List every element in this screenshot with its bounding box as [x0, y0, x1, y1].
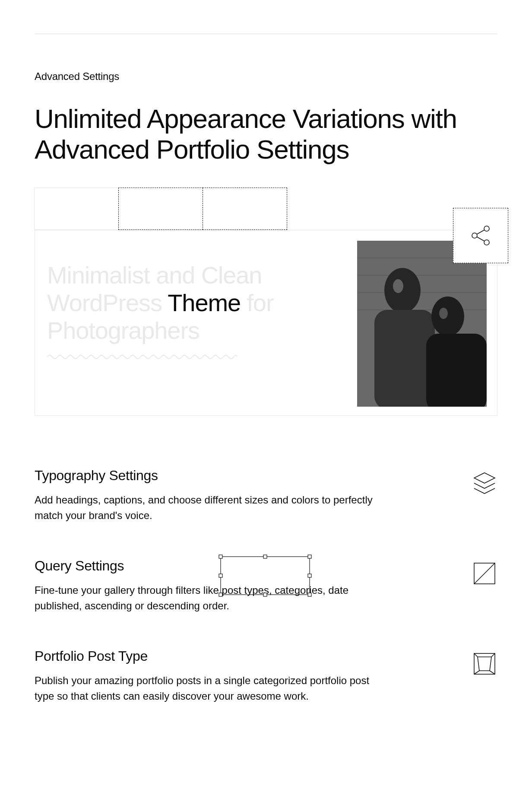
svg-point-12: [472, 233, 477, 238]
frame-icon: [472, 651, 497, 677]
svg-line-27: [474, 563, 495, 584]
feature-title: Portfolio Post Type: [35, 648, 389, 664]
svg-marker-25: [474, 473, 495, 483]
svg-point-7: [431, 296, 464, 336]
svg-line-31: [491, 653, 495, 657]
editor-canvas: Minimalist and Clean WordPress Theme for…: [35, 230, 497, 416]
squiggle-underline: [47, 354, 237, 360]
sample-photo: [357, 241, 487, 407]
svg-line-30: [474, 653, 478, 657]
svg-marker-29: [478, 657, 491, 671]
feature-desc: Publish your amazing portfolio posts in …: [35, 673, 389, 704]
ghost-line-1: Minimalist and Clean: [47, 261, 262, 289]
svg-rect-8: [426, 334, 487, 407]
editor-tab-active[interactable]: [34, 188, 119, 230]
section-eyebrow: Advanced Settings: [35, 70, 497, 83]
svg-line-32: [474, 671, 479, 674]
layers-icon: [472, 470, 497, 496]
ghost-heading: Minimalist and Clean WordPress Theme for…: [47, 261, 328, 345]
svg-point-9: [393, 279, 403, 293]
section-headline: Unlimited Appearance Variations with Adv…: [35, 103, 497, 165]
feature-query: Query Settings Fine-tune your gallery th…: [35, 558, 497, 614]
feature-desc: Add headings, captions, and choose diffe…: [35, 492, 389, 523]
square-slash-icon: [472, 561, 497, 586]
feature-title: Query Settings: [35, 558, 389, 574]
editor-tabs: [34, 188, 287, 230]
editor-tab-placeholder-2[interactable]: [203, 188, 287, 230]
share-icon: [469, 224, 492, 247]
top-divider: [35, 34, 497, 34]
svg-point-10: [439, 308, 448, 319]
feature-portfolio-post-type: Portfolio Post Type Publish your amazing…: [35, 648, 497, 704]
svg-line-15: [477, 237, 484, 241]
svg-point-13: [484, 240, 489, 245]
share-widget[interactable]: [453, 208, 508, 263]
svg-point-11: [484, 226, 489, 231]
svg-rect-6: [374, 310, 435, 407]
ghost-line-2-post: for: [241, 289, 273, 316]
features-list: Typography Settings Add headings, captio…: [35, 468, 497, 704]
svg-line-14: [477, 230, 484, 234]
svg-line-33: [490, 671, 495, 674]
feature-desc: Fine-tune your gallery through filters l…: [35, 583, 389, 614]
feature-typography: Typography Settings Add headings, captio…: [35, 468, 497, 523]
editor-tab-placeholder-1[interactable]: [118, 188, 203, 230]
ghost-line-3: Photographers: [47, 317, 200, 344]
feature-title: Typography Settings: [35, 468, 389, 484]
editor-canvas-wrap: Minimalist and Clean WordPress Theme for…: [35, 230, 497, 416]
ghost-highlight-word[interactable]: Theme: [168, 289, 241, 316]
svg-point-5: [384, 268, 421, 313]
ghost-line-2-pre: WordPress: [47, 289, 168, 316]
